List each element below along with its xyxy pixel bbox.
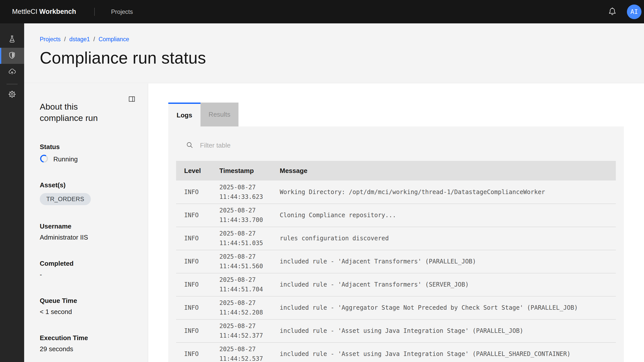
assets-label: Asset(s) <box>40 180 137 190</box>
breadcrumb-separator: / <box>64 36 66 43</box>
collapse-panel-button[interactable] <box>127 95 136 104</box>
log-level: INFO <box>176 227 211 250</box>
left-nav <box>0 23 24 362</box>
completed-value: - <box>40 269 137 280</box>
log-table-header: Level Timestamp Message <box>176 161 616 180</box>
log-timestamp: 2025-08-27 11:44:51.704 <box>211 273 272 296</box>
brand-suffix: Workbench <box>39 8 76 15</box>
log-date: 2025-08-27 <box>219 321 272 331</box>
log-message: included rule - 'Asset using Java Integr… <box>272 342 616 362</box>
side-panel-icon <box>128 95 136 104</box>
execution-time-field: Execution Time 29 seconds <box>40 333 137 354</box>
queue-time-label: Queue Time <box>40 296 137 306</box>
tab-results[interactable]: Results <box>200 103 238 126</box>
chemistry-icon <box>8 35 16 44</box>
breadcrumb-project-dstage1[interactable]: dstage1 <box>69 36 90 43</box>
sidebar-item-compliance[interactable] <box>0 48 24 64</box>
log-level: INFO <box>176 273 211 296</box>
brand-prefix: MettleCI <box>12 8 37 15</box>
username-field: Username Administrator IIS <box>40 221 137 242</box>
log-date: 2025-08-27 <box>219 229 272 238</box>
queue-time-field: Queue Time < 1 second <box>40 296 137 317</box>
sidebar-item-testing[interactable] <box>0 32 24 48</box>
asset-tag: TR_ORDERS <box>40 193 91 205</box>
column-header-level: Level <box>176 161 211 180</box>
breadcrumb-compliance[interactable]: Compliance <box>99 36 129 43</box>
status-value: Running <box>53 155 78 163</box>
header-right: AI <box>606 5 644 19</box>
log-date: 2025-08-27 <box>219 183 272 192</box>
status-label: Status <box>40 142 137 152</box>
assets-field: Asset(s) TR_ORDERS <box>40 180 137 205</box>
log-timestamp: 2025-08-27 11:44:33.700 <box>211 204 272 227</box>
filter-table-input[interactable] <box>200 142 351 149</box>
completed-field: Completed - <box>40 258 137 280</box>
log-timestamp: 2025-08-27 11:44:52.537 <box>211 342 272 362</box>
column-header-message: Message <box>272 161 616 180</box>
log-date: 2025-08-27 <box>219 344 272 354</box>
execution-time-label: Execution Time <box>40 333 137 343</box>
log-table: Level Timestamp Message INFO 2025-08-27 … <box>176 161 616 362</box>
main-content: Logs Results Level Timestamp Message <box>148 83 644 362</box>
log-row: INFO 2025-08-27 11:44:33.700 Cloning Com… <box>176 204 616 227</box>
completed-label: Completed <box>40 258 137 268</box>
app-header: MettleCI Workbench Projects AI <box>0 0 644 23</box>
breadcrumb-projects[interactable]: Projects <box>40 36 61 43</box>
log-level: INFO <box>176 250 211 273</box>
sidebar-item-settings[interactable] <box>0 87 24 103</box>
search-icon <box>185 141 194 150</box>
cloud-upload-icon <box>8 67 16 77</box>
log-message: Cloning Compliance repository... <box>272 204 616 227</box>
status-row: Running <box>40 154 137 164</box>
log-timestamp: 2025-08-27 11:44:51.035 <box>211 227 272 250</box>
about-fields: Status Running Asset(s) TR_ORDERS Userna… <box>40 142 137 354</box>
log-level: INFO <box>176 204 211 227</box>
log-date: 2025-08-27 <box>219 275 272 285</box>
about-panel: About this compliance run Status Running… <box>24 83 148 362</box>
page-title: Compliance run status <box>40 48 644 67</box>
log-message: included rule - 'Aggregator Stage Not Pr… <box>272 296 616 319</box>
header-nav-projects[interactable]: Projects <box>111 8 133 15</box>
log-time: 11:44:33.623 <box>219 192 272 202</box>
log-timestamp: 2025-08-27 11:44:33.623 <box>211 180 272 204</box>
log-message: included rule - 'Asset using Java Integr… <box>272 319 616 342</box>
log-timestamp: 2025-08-27 11:44:52.208 <box>211 296 272 319</box>
log-message: Working Directory: /opt/dm/mci/working/t… <box>272 180 616 204</box>
log-row: INFO 2025-08-27 11:44:52.377 included ru… <box>176 319 616 342</box>
log-time: 11:44:52.377 <box>219 331 272 340</box>
log-message: included rule - 'Adjacent Transformers' … <box>272 273 616 296</box>
log-message: rules configuration discovered <box>272 227 616 250</box>
log-timestamp: 2025-08-27 11:44:51.560 <box>211 250 272 273</box>
title-banner: Projects / dstage1 / Compliance Complian… <box>24 23 644 83</box>
log-date: 2025-08-27 <box>219 206 272 215</box>
breadcrumb-separator: / <box>93 36 95 43</box>
log-level: INFO <box>176 180 211 204</box>
notifications-button[interactable] <box>606 6 618 18</box>
table-toolbar <box>168 126 624 150</box>
execution-time-value: 29 seconds <box>40 344 137 354</box>
logs-panel: Level Timestamp Message INFO 2025-08-27 … <box>168 126 624 362</box>
log-time: 11:44:52.208 <box>219 308 272 317</box>
about-panel-title: About this compliance run <box>40 101 123 124</box>
queue-time-value: < 1 second <box>40 307 137 317</box>
breadcrumb: Projects / dstage1 / Compliance <box>40 36 644 43</box>
log-time: 11:44:52.537 <box>219 354 272 362</box>
loading-spinner-icon <box>40 154 48 164</box>
log-row: INFO 2025-08-27 11:44:33.623 Working Dir… <box>176 180 616 204</box>
log-date: 2025-08-27 <box>219 252 272 261</box>
log-level: INFO <box>176 319 211 342</box>
avatar[interactable]: AI <box>627 5 641 19</box>
log-time: 11:44:51.560 <box>219 261 272 271</box>
username-label: Username <box>40 221 137 231</box>
tab-logs[interactable]: Logs <box>168 103 200 126</box>
log-row: INFO 2025-08-27 11:44:52.537 included ru… <box>176 342 616 362</box>
log-message: included rule - 'Adjacent Transformers' … <box>272 250 616 273</box>
log-row: INFO 2025-08-27 11:44:51.560 included ru… <box>176 250 616 273</box>
log-row: INFO 2025-08-27 11:44:51.035 rules confi… <box>176 227 616 250</box>
log-timestamp: 2025-08-27 11:44:52.377 <box>211 319 272 342</box>
log-time: 11:44:51.035 <box>219 238 272 248</box>
log-row: INFO 2025-08-27 11:44:52.208 included ru… <box>176 296 616 319</box>
log-level: INFO <box>176 342 211 362</box>
sidebar-item-deploy[interactable] <box>0 64 24 80</box>
log-level: INFO <box>176 296 211 319</box>
